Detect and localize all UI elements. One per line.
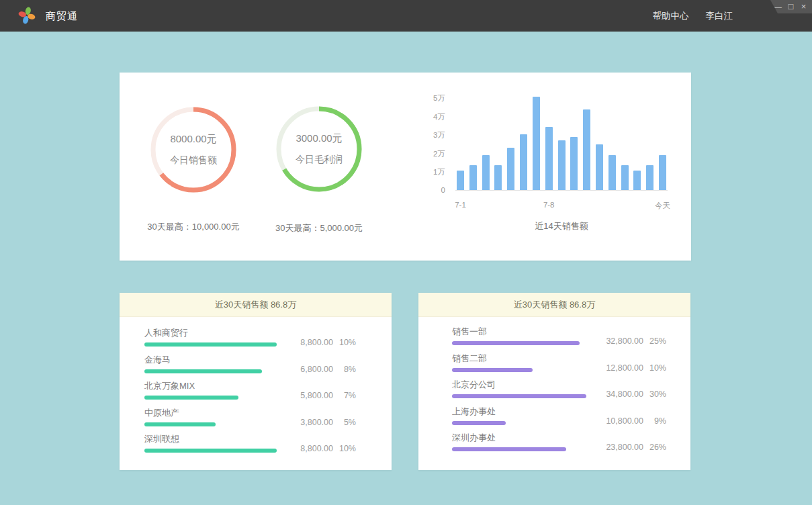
rank-row-label: 人和商贸行: [144, 328, 356, 338]
today-sales-donut-chart: 8000.00元 今日销售额: [150, 107, 236, 193]
help-center-link[interactable]: 帮助中心: [653, 10, 689, 22]
sales-bar: [633, 171, 641, 190]
rank-row-value: 3,800.00 5%: [285, 418, 356, 427]
bar-chart-baseline: [455, 190, 668, 191]
rank-row: 北京万象MIX 5,800.00 7%: [144, 381, 356, 408]
rank-row-value: 8,800.00 10%: [285, 338, 356, 347]
rank-row-bar: [144, 369, 262, 373]
rank-row-value: 8,800.00 10%: [285, 444, 356, 453]
rank-row-bar: [452, 368, 533, 372]
rank-row-value: 12,800.00 10%: [595, 363, 666, 373]
panel-title: 近30天销售额 86.8万: [120, 293, 392, 317]
sales-bar: [469, 165, 477, 190]
rank-row-value: 6,800.00 8%: [285, 365, 356, 374]
today-sales-donut-text: 8000.00元 今日销售额: [150, 107, 236, 193]
app-logo-pinwheel-icon: [17, 5, 37, 26]
rank-row-label: 中原地产: [144, 408, 356, 418]
sales-bar: [621, 165, 629, 190]
rank-row-label: 深圳联想: [144, 434, 356, 444]
sales-bar: [457, 171, 464, 190]
rank-row: 中原地产 3,800.00 5%: [144, 408, 356, 435]
rank-row-value: 32,800.00 25%: [595, 336, 666, 346]
rank-row: 销售二部 12,800.00 10%: [452, 354, 666, 381]
rank-row-value: 34,800.00 30%: [595, 389, 666, 399]
rank-row-amount: 12,800.00: [595, 363, 643, 373]
rank-row-bar: [144, 449, 277, 453]
sales-bar: [596, 144, 603, 190]
rank-row-label: 销售一部: [452, 327, 666, 336]
sales-bar: [482, 155, 490, 190]
rank-row-bar: [144, 422, 216, 426]
rank-row-percent: 9%: [643, 416, 666, 426]
rank-row-amount: 5,800.00: [285, 391, 333, 400]
today-profit-label: 今日毛利润: [296, 154, 343, 166]
rank-row: 销售一部 32,800.00 25%: [452, 327, 666, 354]
today-profit-donut-chart: 3000.00元 今日毛利润: [276, 106, 362, 192]
rank-row-percent: 25%: [643, 336, 666, 346]
close-icon[interactable]: ×: [799, 1, 808, 13]
window-controls: — □ ×: [770, 0, 812, 13]
rank-row-amount: 10,800.00: [595, 416, 643, 426]
rank-row-bar: [452, 421, 506, 425]
rank-row-bar: [144, 342, 277, 347]
y-axis-tick: 1万: [408, 167, 445, 177]
rank-row: 人和商贸行 8,800.00 10%: [144, 328, 356, 355]
rank-row-label: 上海办事处: [452, 407, 666, 416]
rank-row-percent: 5%: [333, 418, 356, 427]
rank-row-amount: 23,800.00: [595, 443, 643, 452]
y-axis-tick: 0: [408, 186, 445, 194]
rank-row-label: 深圳办事处: [452, 433, 666, 443]
rank-row-amount: 6,800.00: [285, 365, 333, 374]
rank-row-value: 5,800.00 7%: [285, 391, 356, 400]
profit-30d-max-caption: 30天最高：5,000.00元: [252, 222, 386, 234]
rank-row-amount: 8,800.00: [285, 338, 333, 347]
panel-rows: 人和商贸行 8,800.00 10% 金海马 6,800.00 8% 北京万象M…: [120, 317, 392, 461]
y-axis-tick: 3万: [408, 130, 445, 140]
title-bar: 商贸通 帮助中心 李白江 — □ ×: [0, 0, 812, 32]
rank-row-label: 北京分公司: [452, 380, 666, 389]
sales-14d-bar-chart: [457, 97, 666, 190]
y-axis-tick: 5万: [408, 93, 445, 103]
rank-row-bar: [452, 447, 566, 451]
rank-row-label: 北京万象MIX: [144, 381, 356, 391]
app-title: 商贸通: [46, 0, 78, 32]
rank-row-percent: 26%: [643, 443, 666, 452]
rank-row-amount: 3,800.00: [285, 418, 333, 427]
sales-rank-panel: 近30天销售额 86.8万 人和商贸行 8,800.00 10% 金海马 6,8…: [120, 293, 392, 470]
sales-bar: [507, 148, 514, 191]
sales-rank-panel: 近30天销售额 86.8万 销售一部 32,800.00 25% 销售二部 12…: [418, 293, 690, 470]
maximize-icon[interactable]: □: [786, 1, 795, 13]
rank-row-bar: [452, 341, 580, 345]
panel-rows: 销售一部 32,800.00 25% 销售二部 12,800.00 10% 北京…: [418, 317, 690, 460]
sales-bar: [533, 97, 540, 190]
bar-chart-caption: 近14天销售额: [457, 220, 666, 232]
sales-bar: [558, 140, 566, 191]
sales-bar: [494, 165, 502, 190]
sales-bar: [646, 165, 653, 190]
rank-row-amount: 34,800.00: [595, 389, 643, 399]
y-axis-tick: 4万: [408, 112, 445, 122]
rank-row: 深圳办事处 23,800.00 26%: [452, 433, 666, 460]
topbar-nav: 帮助中心 李白江: [653, 0, 733, 32]
rank-row: 上海办事处 10,800.00 9%: [452, 407, 666, 434]
today-profit-donut-text: 3000.00元 今日毛利润: [276, 106, 362, 192]
rank-row: 金海马 6,800.00 8%: [144, 355, 356, 382]
x-axis-tick: 7-1: [441, 201, 481, 209]
panel-title: 近30天销售额 86.8万: [418, 293, 690, 317]
today-sales-label: 今日销售额: [170, 154, 217, 167]
rank-row-amount: 32,800.00: [595, 336, 643, 346]
rank-row-percent: 8%: [333, 365, 356, 374]
rank-row-bar: [144, 396, 238, 400]
minimize-icon[interactable]: —: [774, 1, 782, 13]
rank-row-label: 金海马: [144, 355, 356, 365]
rank-row: 北京分公司 34,800.00 30%: [452, 380, 666, 407]
daily-summary-card: 8000.00元 今日销售额 3000.00元 今日毛利润 30天最高：10,0…: [120, 73, 691, 261]
rank-row-value: 23,800.00 26%: [595, 443, 666, 452]
sales-30d-max-caption: 30天最高：10,000.00元: [126, 221, 261, 233]
x-axis-tick: 今天: [643, 201, 683, 211]
rank-row-value: 10,800.00 9%: [595, 416, 666, 426]
sales-bar: [583, 109, 590, 190]
rank-row-label: 销售二部: [452, 354, 666, 363]
sales-bar: [608, 155, 616, 190]
current-user-link[interactable]: 李白江: [706, 10, 733, 22]
